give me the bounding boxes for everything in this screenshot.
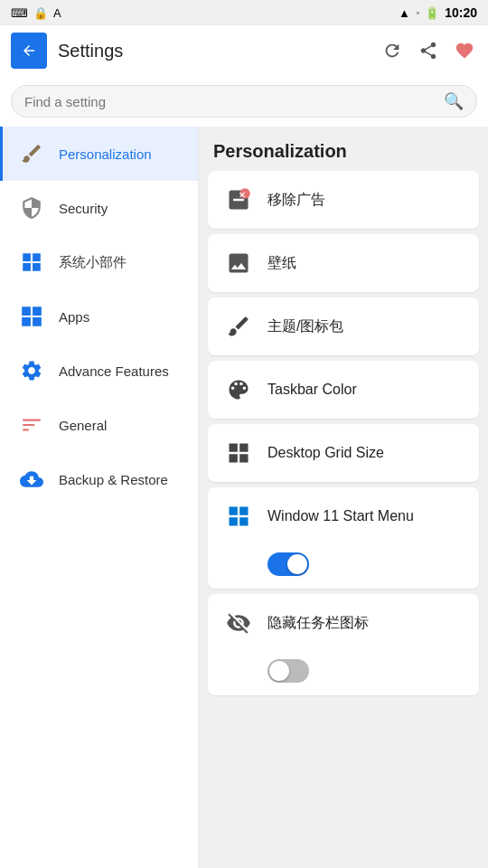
sidebar-item-backup-label: Backup & Restore [59,472,168,487]
main-content: Personalization Security 系统小部件 Apps [0,127,488,868]
backup-icon [17,465,46,494]
general-icon [17,410,46,439]
setting-theme[interactable]: 主题/图标包 [208,297,479,355]
setting-wallpaper-label: 壁纸 [267,254,465,273]
header-actions [380,38,477,63]
widgets-icon [17,248,46,277]
right-panel: Personalization 移除广告 壁纸 主 [199,127,488,868]
lock-icon: 🔒 [33,6,48,20]
search-input[interactable] [24,94,436,109]
sidebar-item-advance-label: Advance Features [59,363,169,379]
setting-remove-ads-label: 移除广告 [267,191,465,210]
panel-title: Personalization [199,127,488,171]
settings-list: 移除广告 壁纸 主题/图标包 Taskbar [199,171,488,695]
setting-win11-start[interactable]: Window 11 Start Menu [208,487,479,589]
setting-theme-label: 主题/图标包 [267,317,465,336]
taskbar-color-icon [222,373,255,406]
sidebar-item-security-label: Security [59,201,108,216]
sidebar-item-general-label: General [59,418,107,433]
hide-taskbar-toggle-knob [269,661,289,681]
desktop-grid-icon [222,437,255,469]
wifi-icon: ▲ [399,6,410,20]
setting-wallpaper[interactable]: 壁纸 [208,234,479,292]
status-bar: ⌨ 🔒 A ▲ ▪ 🔋 10:20 [0,0,488,25]
setting-hide-taskbar[interactable]: 隐藏任务栏图标 [208,594,479,695]
hide-taskbar-toggle[interactable] [267,659,309,683]
sidebar-item-general[interactable]: General [0,398,198,452]
setting-desktop-grid-label: Desktop Grid Size [267,445,465,461]
hide-taskbar-icon [222,607,255,639]
win11-start-icon [222,500,255,533]
sidebar-item-apps[interactable]: Apps [0,289,198,344]
sidebar-item-personalization-label: Personalization [59,146,152,162]
security-icon [17,193,46,222]
setting-remove-ads[interactable]: 移除广告 [208,171,479,229]
advance-icon [17,356,46,385]
setting-win11-start-label: Window 11 Start Menu [267,508,465,524]
sidebar-item-apps-label: Apps [59,309,89,325]
status-bar-right: ▲ ▪ 🔋 10:20 [399,5,477,20]
sidebar-item-security[interactable]: Security [0,181,198,235]
sidebar-item-backup[interactable]: Backup & Restore [0,452,198,506]
sidebar-item-advance[interactable]: Advance Features [0,344,198,398]
keyboard-icon: ⌨ [11,6,28,20]
back-button[interactable] [11,33,47,69]
wallpaper-icon [222,247,255,279]
signal-icon: ▪ [416,6,419,19]
favorite-button[interactable] [452,38,477,63]
setting-taskbar-color-label: Taskbar Color [267,382,465,398]
apps-icon [17,302,46,331]
win11-start-toggle[interactable] [267,552,309,576]
sidebar-item-widgets[interactable]: 系统小部件 [0,235,198,289]
setting-win11-start-row: Window 11 Start Menu [222,500,465,533]
sidebar: Personalization Security 系统小部件 Apps [0,127,199,868]
status-time: 10:20 [445,5,477,20]
setting-hide-taskbar-row: 隐藏任务栏图标 [222,607,465,639]
header-title: Settings [58,41,369,61]
status-bar-left: ⌨ 🔒 A [11,6,61,20]
remove-ads-icon [222,184,255,216]
win11-start-toggle-knob [287,554,307,574]
app-header: Settings [0,25,488,76]
refresh-button[interactable] [380,38,405,63]
setting-desktop-grid[interactable]: Desktop Grid Size [208,424,479,482]
search-box: 🔍 [11,85,477,118]
setting-taskbar-color[interactable]: Taskbar Color [208,361,479,419]
share-button[interactable] [416,38,441,63]
personalization-icon [17,139,46,168]
search-icon: 🔍 [444,91,464,111]
setting-hide-taskbar-label: 隐藏任务栏图标 [267,614,465,633]
battery-icon: 🔋 [425,6,439,20]
sidebar-item-widgets-label: 系统小部件 [59,254,127,271]
sidebar-item-personalization[interactable]: Personalization [0,127,198,181]
theme-icon [222,310,255,343]
font-icon: A [53,6,61,20]
search-container: 🔍 [0,76,488,127]
